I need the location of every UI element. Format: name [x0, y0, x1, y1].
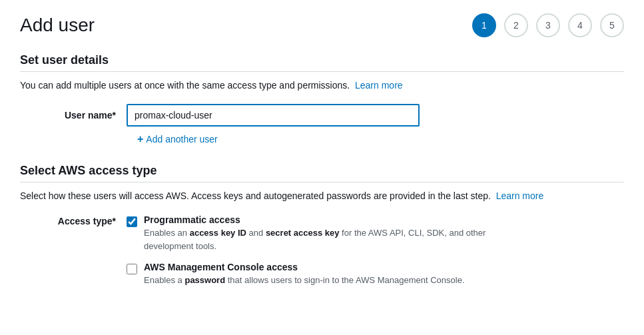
add-another-user-row: + Add another user	[137, 133, 624, 145]
programmatic-access-checkbox[interactable]	[127, 216, 137, 227]
console-access-option: AWS Management Console access Enables a …	[127, 262, 530, 287]
add-another-user-link[interactable]: + Add another user	[137, 133, 218, 145]
programmatic-access-option: Programmatic access Enables an access ke…	[127, 214, 530, 252]
step-indicators: 1 2 3 4 5	[472, 13, 624, 37]
plus-icon: +	[137, 133, 143, 145]
access-type-row: Access type* Programmatic access Enables…	[20, 214, 624, 287]
username-input[interactable]	[127, 104, 420, 127]
programmatic-access-desc: Enables an access key ID and secret acce…	[144, 226, 530, 252]
programmatic-access-text: Programmatic access Enables an access ke…	[144, 214, 530, 252]
access-type-label: Access type*	[20, 214, 127, 226]
header: Add user 1 2 3 4 5	[20, 13, 624, 37]
user-details-learn-more-link[interactable]: Learn more	[355, 80, 403, 91]
access-type-title: Select AWS access type	[20, 164, 624, 178]
access-type-learn-more-link[interactable]: Learn more	[496, 190, 544, 201]
console-access-desc: Enables a password that allows users to …	[144, 274, 465, 287]
username-row: User name*	[20, 104, 624, 127]
step-3[interactable]: 3	[536, 13, 560, 37]
step-5[interactable]: 5	[600, 13, 624, 37]
console-access-text: AWS Management Console access Enables a …	[144, 262, 465, 287]
access-options: Programmatic access Enables an access ke…	[127, 214, 530, 287]
user-details-title: Set user details	[20, 53, 624, 67]
step-4[interactable]: 4	[568, 13, 592, 37]
access-type-section: Select AWS access type Select how these …	[20, 164, 624, 287]
section-divider-1	[20, 71, 624, 72]
programmatic-access-title: Programmatic access	[144, 214, 530, 225]
console-access-title: AWS Management Console access	[144, 262, 465, 272]
step-1[interactable]: 1	[472, 13, 496, 37]
access-type-description: Select how these users will access AWS. …	[20, 190, 624, 201]
user-details-section: Set user details You can add multiple us…	[20, 53, 624, 145]
user-details-description: You can add multiple users at once with …	[20, 80, 624, 91]
section-divider-2	[20, 182, 624, 182]
step-2[interactable]: 2	[504, 13, 528, 37]
console-access-checkbox[interactable]	[127, 264, 137, 274]
page-title: Add user	[20, 15, 95, 36]
username-label: User name*	[20, 110, 127, 121]
